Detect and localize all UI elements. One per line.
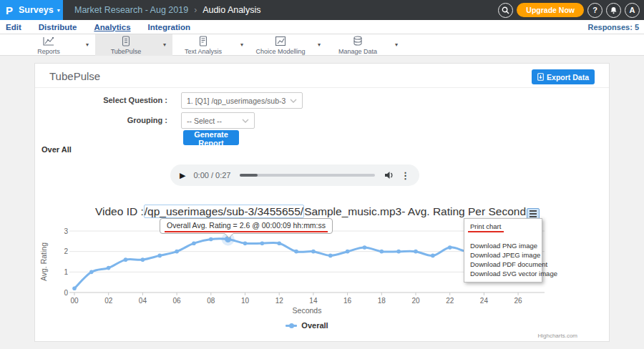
tool-text-analysis[interactable]: Text Analysis ▾ [172, 34, 250, 56]
highcharts-credits[interactable]: Highcharts.com [537, 333, 577, 339]
choice-modelling-icon [250, 36, 311, 46]
nav-item-edit[interactable]: Edit [6, 23, 21, 31]
search-icon[interactable] [498, 3, 513, 18]
divider [35, 87, 609, 88]
nav-item-distribute[interactable]: Distribute [39, 23, 77, 31]
hamburger-icon [530, 210, 537, 212]
menu-item-print-chart[interactable]: Print chart [464, 222, 542, 231]
analytics-toolbar: Reports ▾ TubePulse ▾ Text Analysis ▾ [0, 34, 644, 56]
tool-strip: Reports ▾ TubePulse ▾ Text Analysis ▾ [18, 34, 404, 56]
svg-text:22: 22 [446, 297, 454, 305]
database-icon [327, 36, 389, 46]
top-bar: P Surveys ▾ Market Research - Aug 2019 ›… [0, 0, 644, 20]
svg-text:26: 26 [514, 297, 523, 305]
svg-text:02: 02 [104, 297, 113, 305]
tool-label: Reports [18, 48, 79, 55]
caret-down-icon[interactable]: ▾ [163, 41, 166, 48]
product-name: Surveys [19, 5, 54, 15]
svg-text:08: 08 [207, 297, 215, 305]
export-data-label: Export Data [547, 73, 589, 82]
breadcrumb: Market Research - Aug 2019 › Audio Analy… [74, 0, 260, 20]
svg-text:24: 24 [480, 297, 489, 305]
svg-text:00: 00 [70, 297, 79, 305]
breadcrumb-current: Audio Analysis [203, 5, 260, 15]
nav-item-integration[interactable]: Integration [148, 23, 190, 31]
chart-tooltip: Overall Avg. Rating = 2.6 @ 00:00:09 hh:… [160, 218, 333, 234]
menu-item-download-jpeg[interactable]: Download JPEG image [464, 250, 542, 260]
player-time: 0:00 / 0:27 [193, 171, 230, 180]
report-chart-icon [18, 36, 79, 46]
svg-text:0: 0 [64, 289, 68, 297]
tubepulse-panel: TubePulse Export Data Select Question : … [34, 63, 610, 342]
legend-label: Overall [301, 321, 328, 330]
menu-item-download-svg[interactable]: Download SVG vector image [464, 269, 542, 278]
player-seek-bar[interactable] [240, 174, 375, 177]
avatar[interactable]: A [625, 3, 640, 18]
select-question-dropdown[interactable]: 1. [Q1] /qp_userimages/sub-3/3455655/S..… [181, 92, 303, 109]
help-button[interactable]: ? [587, 3, 602, 18]
main-nav: Edit Distribute Analytics Integration Re… [0, 20, 644, 34]
tool-label: Choice Modelling [250, 48, 311, 55]
export-data-button[interactable]: Export Data [532, 69, 595, 84]
breadcrumb-parent[interactable]: Market Research - Aug 2019 [74, 5, 188, 15]
player-played-segment [240, 174, 258, 177]
caret-down-icon[interactable]: ▾ [395, 41, 398, 48]
legend-overall[interactable]: Overall [35, 321, 579, 330]
chevron-down-icon: ▾ [57, 7, 60, 14]
nav-item-analytics[interactable]: Analytics [94, 23, 130, 31]
svg-text:06: 06 [173, 297, 182, 305]
upgrade-now-button[interactable]: Upgrade Now [517, 3, 584, 17]
breadcrumb-separator: › [194, 5, 197, 15]
tool-label: Text Analysis [172, 48, 234, 55]
product-switcher[interactable]: P Surveys ▾ [0, 0, 63, 20]
page-title: TubePulse [49, 70, 100, 82]
tubepulse-icon [95, 36, 157, 46]
bell-icon-glyph [610, 6, 618, 14]
tool-label: TubePulse [95, 48, 157, 55]
tool-choice-modelling[interactable]: Choice Modelling ▾ [250, 34, 327, 56]
volume-icon[interactable] [384, 171, 394, 180]
tool-tubepulse[interactable]: TubePulse ▾ [95, 34, 172, 56]
topbar-actions: Upgrade Now ? A [498, 0, 640, 20]
generate-report-button[interactable]: Generate Report [183, 130, 239, 145]
tooltip-text: Overall Avg. Rating = 2.6 @ 00:00:09 hh:… [167, 221, 326, 230]
grouping-value: -- Select -- [187, 117, 238, 125]
svg-text:18: 18 [378, 297, 386, 305]
responses-count[interactable]: Responses: 5 [587, 23, 639, 31]
svg-text:3: 3 [64, 227, 68, 235]
tool-label: Manage Data [327, 48, 389, 55]
grouping-label: Grouping : [64, 116, 167, 124]
caret-down-icon[interactable]: ▾ [86, 41, 89, 48]
x-axis-title: Seconds [35, 306, 579, 315]
svg-text:14: 14 [309, 297, 318, 305]
menu-item-download-pdf[interactable]: Download PDF document [464, 260, 542, 269]
svg-text:10: 10 [241, 297, 250, 305]
overall-section-label: Over All [42, 145, 72, 154]
chevron-down-icon [290, 99, 297, 103]
select-question-label: Select Question : [64, 96, 167, 104]
tool-manage-data[interactable]: Manage Data ▾ [327, 34, 404, 56]
legend-marker-icon [286, 325, 297, 327]
kebab-menu-icon[interactable]: ⋮ [401, 170, 410, 181]
app-screen: P Surveys ▾ Market Research - Aug 2019 ›… [0, 0, 644, 349]
svg-text:04: 04 [139, 297, 147, 305]
svg-text:16: 16 [343, 297, 352, 305]
audio-player[interactable]: ▶ 0:00 / 0:27 ⋮ [170, 164, 419, 186]
svg-text:20: 20 [411, 297, 420, 305]
text-analysis-icon [172, 36, 234, 46]
svg-text:12: 12 [275, 297, 284, 305]
search-icon-glyph [502, 6, 509, 14]
play-button[interactable]: ▶ [180, 171, 185, 180]
annotation-underline [165, 231, 328, 233]
chevron-down-icon [242, 119, 249, 123]
grouping-dropdown[interactable]: -- Select -- [181, 112, 255, 129]
caret-down-icon[interactable]: ▾ [318, 41, 321, 48]
svg-text:2: 2 [64, 247, 68, 255]
notifications-bell-icon[interactable] [606, 3, 621, 18]
tool-reports[interactable]: Reports ▾ [18, 34, 95, 56]
caret-down-icon[interactable]: ▾ [240, 41, 243, 48]
questionpro-logo-icon: P [6, 4, 13, 16]
menu-item-download-png[interactable]: Download PNG image [464, 241, 542, 250]
chart-context-menu: Print chart Download PNG image Download … [464, 218, 542, 282]
svg-text:Avg. Rating: Avg. Rating [39, 242, 48, 281]
